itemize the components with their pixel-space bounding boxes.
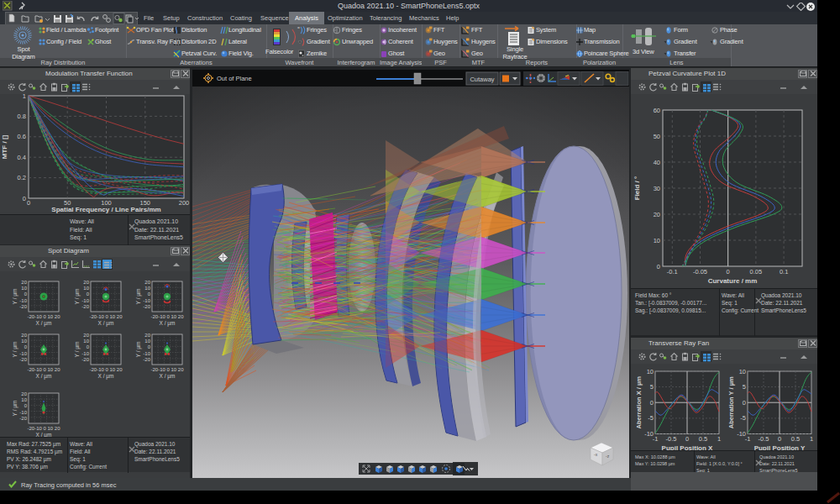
svg-text:5: 5 — [743, 383, 746, 391]
svg-text:10: 10 — [21, 339, 27, 344]
svg-text:-20-10 0 10 20: -20-10 0 10 20 — [27, 367, 60, 372]
svg-text:-20: -20 — [19, 357, 27, 362]
svg-text:-10: -10 — [19, 298, 27, 303]
svg-text:-20-10 0 10 20: -20-10 0 10 20 — [150, 367, 184, 372]
svg-text:-z: -z — [606, 454, 610, 459]
svg-text:60: 60 — [654, 107, 660, 114]
svg-text:Aberration Y / µm: Aberration Y / µm — [727, 376, 735, 428]
svg-text:0.8: 0.8 — [18, 113, 26, 120]
svg-text:-20-10 0 10 20: -20-10 0 10 20 — [27, 426, 60, 431]
svg-text:-20-10 0 10 20: -20-10 0 10 20 — [150, 314, 184, 319]
svg-text:Y / µm: Y / µm — [74, 289, 81, 305]
svg-text:0: 0 — [24, 344, 28, 349]
svg-text:-20-10 0 10 20: -20-10 0 10 20 — [89, 367, 123, 372]
svg-text:20: 20 — [144, 333, 150, 338]
svg-text:-10: -10 — [143, 298, 150, 303]
svg-text:0: 0 — [24, 403, 28, 408]
svg-text:-x: -x — [594, 452, 598, 457]
svg-text:-5: -5 — [740, 414, 746, 422]
svg-text:Aberration X / µm: Aberration X / µm — [635, 376, 643, 429]
svg-text:-20-10 0 10 20: -20-10 0 10 20 — [89, 314, 123, 319]
svg-text:0: 0 — [650, 399, 654, 407]
svg-text:-20: -20 — [19, 416, 27, 421]
svg-text:-0.5: -0.5 — [759, 435, 769, 443]
svg-text:Y / µm: Y / µm — [12, 401, 18, 417]
svg-text:X / µm: X / µm — [36, 373, 52, 380]
svg-text:-10: -10 — [81, 351, 89, 356]
svg-text:0: 0 — [86, 291, 89, 297]
svg-text:Out of Plane: Out of Plane — [217, 75, 252, 82]
svg-text:0: 0 — [24, 291, 28, 297]
svg-text:50: 50 — [654, 133, 660, 140]
svg-text:0: 0 — [148, 291, 151, 297]
svg-text:Spatial Frequency / Line Pairs: Spatial Frequency / Line Pairs/mm — [51, 206, 160, 213]
svg-text:20: 20 — [144, 280, 150, 285]
svg-text:X / µm: X / µm — [160, 373, 176, 380]
svg-text:Curvature / mm: Curvature / mm — [708, 277, 758, 285]
svg-text:-20: -20 — [81, 357, 89, 362]
svg-text:10: 10 — [654, 237, 660, 244]
svg-text:20: 20 — [21, 391, 27, 396]
svg-text:40: 40 — [654, 159, 660, 166]
svg-text:Cutaway: Cutaway — [470, 76, 494, 83]
svg-text:0: 0 — [23, 195, 26, 202]
svg-text:0.05: 0.05 — [750, 268, 763, 276]
svg-text:0: 0 — [743, 399, 746, 407]
svg-text:Y / µm: Y / µm — [12, 289, 18, 305]
svg-text:10: 10 — [144, 286, 150, 291]
svg-text:-20: -20 — [143, 357, 150, 362]
svg-text:Y / µm: Y / µm — [135, 342, 142, 358]
svg-text:X / µm: X / µm — [160, 320, 176, 327]
svg-text:-1: -1 — [653, 435, 659, 443]
svg-text:10: 10 — [83, 286, 89, 291]
svg-text:0.2: 0.2 — [18, 174, 26, 181]
svg-text:20: 20 — [83, 333, 89, 338]
svg-text:-20: -20 — [81, 304, 89, 309]
svg-text:10: 10 — [21, 397, 27, 402]
svg-text:5: 5 — [650, 383, 654, 391]
svg-text:Field / °: Field / ° — [633, 176, 641, 201]
svg-text:-20: -20 — [19, 304, 27, 309]
svg-text:-0.5: -0.5 — [666, 435, 677, 443]
svg-text:10: 10 — [83, 339, 89, 344]
svg-text:0: 0 — [727, 268, 730, 276]
svg-text:0: 0 — [778, 435, 781, 443]
svg-text:=: = — [297, 25, 300, 30]
svg-text:0: 0 — [685, 435, 689, 443]
svg-text:Y / µm: Y / µm — [135, 289, 142, 305]
svg-text:-0.05: -0.05 — [693, 268, 707, 276]
svg-text:-10: -10 — [143, 351, 150, 356]
svg-text:0: 0 — [657, 263, 660, 270]
svg-text:10: 10 — [21, 286, 27, 291]
svg-text:30: 30 — [654, 185, 660, 192]
svg-text:20: 20 — [654, 211, 660, 218]
svg-text:Y / µm: Y / µm — [74, 342, 81, 358]
svg-text:-20: -20 — [143, 304, 150, 309]
svg-text:0: 0 — [27, 199, 30, 207]
svg-text:0.5: 0.5 — [699, 435, 707, 443]
svg-text:10: 10 — [144, 339, 150, 344]
svg-text:-10: -10 — [19, 351, 27, 356]
svg-text:MTF / []: MTF / [] — [1, 134, 8, 159]
svg-text:10: 10 — [647, 368, 654, 375]
svg-text:X / µm: X / µm — [36, 320, 52, 327]
svg-text:-10: -10 — [19, 410, 27, 415]
svg-text:-20-10 0 10 20: -20-10 0 10 20 — [27, 314, 60, 319]
svg-text:1: 1 — [23, 94, 26, 100]
svg-text:10: 10 — [739, 368, 746, 375]
svg-text:0: 0 — [148, 344, 151, 349]
svg-text:0.1: 0.1 — [780, 268, 788, 276]
svg-text:0.6: 0.6 — [18, 133, 26, 140]
svg-text:20: 20 — [21, 280, 27, 285]
svg-text:1: 1 — [717, 435, 721, 443]
svg-text:X / µm: X / µm — [97, 373, 113, 380]
svg-text:-1: -1 — [745, 435, 751, 443]
svg-text:X / µm: X / µm — [97, 320, 113, 327]
svg-text:0: 0 — [86, 344, 89, 349]
svg-text:20: 20 — [21, 333, 27, 338]
svg-text:0.4: 0.4 — [18, 154, 26, 161]
svg-text:20: 20 — [83, 280, 89, 285]
svg-text:-5: -5 — [648, 414, 654, 422]
svg-text:0.5: 0.5 — [791, 435, 800, 443]
svg-text:-10: -10 — [81, 298, 89, 303]
